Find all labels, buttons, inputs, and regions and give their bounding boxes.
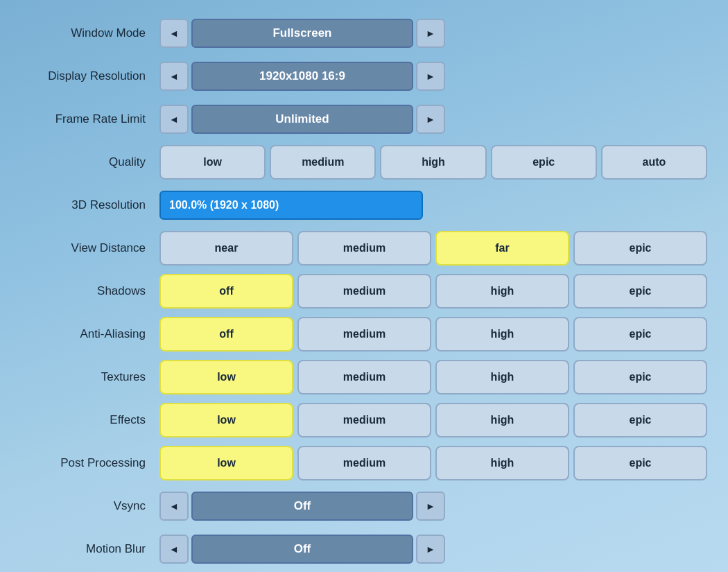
- vsync-right-btn[interactable]: ►: [416, 492, 445, 521]
- textures-row: Textures low medium high epic: [21, 358, 707, 397]
- vsync-row: Vsync ◄ Off ►: [21, 487, 707, 526]
- quality-label: Quality: [21, 155, 159, 169]
- view-distance-btn-epic[interactable]: epic: [573, 231, 707, 266]
- frame-rate-row: Frame Rate Limit ◄ Unlimited ►: [21, 100, 707, 139]
- window-mode-row: Window Mode ◄ Fullscreen ►: [21, 14, 707, 53]
- effects-row: Effects low medium high epic: [21, 401, 707, 440]
- anti-aliasing-btn-epic[interactable]: epic: [573, 317, 707, 352]
- post-processing-btn-medium[interactable]: medium: [297, 446, 431, 480]
- post-processing-row: Post Processing low medium high epic: [21, 444, 707, 483]
- vsync-label: Vsync: [21, 499, 159, 513]
- shadows-btn-epic[interactable]: epic: [573, 274, 707, 309]
- frame-rate-label: Frame Rate Limit: [21, 112, 159, 126]
- anti-aliasing-buttons: off medium high epic: [159, 317, 707, 352]
- effects-buttons: low medium high epic: [159, 403, 707, 437]
- frame-rate-control: ◄ Unlimited ►: [159, 105, 445, 134]
- effects-btn-epic[interactable]: epic: [573, 403, 707, 437]
- display-resolution-left-btn[interactable]: ◄: [159, 62, 189, 91]
- quality-btn-high[interactable]: high: [380, 145, 486, 180]
- window-mode-control: ◄ Fullscreen ►: [159, 19, 445, 48]
- anti-aliasing-btn-off[interactable]: off: [159, 317, 293, 352]
- vsync-control: ◄ Off ►: [159, 492, 445, 521]
- view-distance-buttons: near medium far epic: [159, 231, 707, 266]
- window-mode-label: Window Mode: [21, 26, 159, 40]
- shadows-btn-medium[interactable]: medium: [297, 274, 431, 309]
- view-distance-row: View Distance near medium far epic: [21, 229, 707, 268]
- motion-blur-row: Motion Blur ◄ Off ►: [21, 530, 707, 569]
- anti-aliasing-label: Anti-Aliasing: [21, 327, 159, 341]
- view-distance-btn-far[interactable]: far: [435, 231, 569, 266]
- textures-btn-medium[interactable]: medium: [297, 360, 431, 395]
- shadows-btn-high[interactable]: high: [435, 274, 569, 309]
- motion-blur-left-btn[interactable]: ◄: [159, 535, 189, 564]
- frame-rate-right-btn[interactable]: ►: [416, 105, 445, 134]
- quality-btn-medium[interactable]: medium: [270, 145, 376, 180]
- anti-aliasing-btn-medium[interactable]: medium: [297, 317, 431, 352]
- post-processing-btn-epic[interactable]: epic: [573, 446, 707, 480]
- textures-buttons: low medium high epic: [159, 360, 707, 395]
- shadows-row: Shadows off medium high epic: [21, 272, 707, 311]
- effects-btn-medium[interactable]: medium: [297, 403, 431, 437]
- quality-btn-low[interactable]: low: [159, 145, 266, 180]
- view-distance-btn-near[interactable]: near: [159, 231, 293, 266]
- motion-blur-control: ◄ Off ►: [159, 535, 445, 564]
- settings-container: Window Mode ◄ Fullscreen ► Display Resol…: [21, 14, 707, 572]
- vsync-left-btn[interactable]: ◄: [159, 492, 189, 521]
- effects-label: Effects: [21, 413, 159, 427]
- post-processing-btn-high[interactable]: high: [435, 446, 569, 480]
- resolution-3d-value: 100.0% (1920 x 1080): [159, 191, 423, 220]
- window-mode-value: Fullscreen: [191, 19, 413, 48]
- motion-blur-right-btn[interactable]: ►: [416, 535, 445, 564]
- resolution-3d-row: 3D Resolution 100.0% (1920 x 1080): [21, 186, 707, 225]
- quality-btn-epic[interactable]: epic: [491, 145, 597, 180]
- post-processing-label: Post Processing: [21, 456, 159, 470]
- frame-rate-value: Unlimited: [191, 105, 413, 134]
- textures-btn-high[interactable]: high: [435, 360, 569, 395]
- display-resolution-right-btn[interactable]: ►: [416, 62, 445, 91]
- shadows-btn-off[interactable]: off: [159, 274, 293, 309]
- display-resolution-row: Display Resolution ◄ 1920x1080 16:9 ►: [21, 57, 707, 96]
- display-resolution-label: Display Resolution: [21, 69, 159, 83]
- anti-aliasing-row: Anti-Aliasing off medium high epic: [21, 315, 707, 354]
- motion-blur-value: Off: [191, 535, 413, 564]
- resolution-3d-label: 3D Resolution: [21, 198, 159, 212]
- frame-rate-left-btn[interactable]: ◄: [159, 105, 189, 134]
- shadows-buttons: off medium high epic: [159, 274, 707, 309]
- display-resolution-control: ◄ 1920x1080 16:9 ►: [159, 62, 445, 91]
- quality-buttons: low medium high epic auto: [159, 145, 707, 180]
- quality-btn-auto[interactable]: auto: [601, 145, 707, 180]
- textures-btn-low[interactable]: low: [159, 360, 293, 395]
- effects-btn-high[interactable]: high: [435, 403, 569, 437]
- window-mode-left-btn[interactable]: ◄: [159, 19, 189, 48]
- display-resolution-value: 1920x1080 16:9: [191, 62, 413, 91]
- view-distance-btn-medium[interactable]: medium: [297, 231, 431, 266]
- vsync-value: Off: [191, 492, 413, 521]
- quality-row: Quality low medium high epic auto: [21, 143, 707, 182]
- textures-label: Textures: [21, 370, 159, 384]
- post-processing-buttons: low medium high epic: [159, 446, 707, 480]
- shadows-label: Shadows: [21, 284, 159, 298]
- anti-aliasing-btn-high[interactable]: high: [435, 317, 569, 352]
- effects-btn-low[interactable]: low: [159, 403, 293, 437]
- post-processing-btn-low[interactable]: low: [159, 446, 293, 480]
- view-distance-label: View Distance: [21, 241, 159, 255]
- window-mode-right-btn[interactable]: ►: [416, 19, 445, 48]
- textures-btn-epic[interactable]: epic: [573, 360, 707, 395]
- motion-blur-label: Motion Blur: [21, 542, 159, 556]
